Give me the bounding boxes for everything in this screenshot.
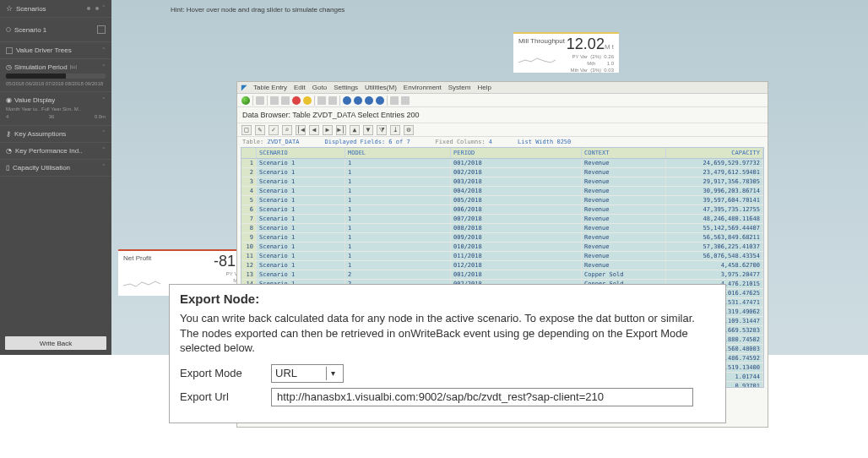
new-icon[interactable]: □ — [241, 125, 252, 135]
write-back-button[interactable]: Write Back — [5, 336, 106, 350]
table-row[interactable]: 10Scenario 11010/2018Revenue57,306,225.4… — [241, 243, 763, 252]
save-icon[interactable] — [256, 96, 264, 105]
menu-edit[interactable]: Edit — [294, 84, 306, 91]
menu-utilities[interactable]: Utilities(M) — [365, 84, 397, 91]
menu-help[interactable]: Help — [477, 84, 491, 91]
menu-system[interactable]: System — [448, 84, 471, 91]
check-icon[interactable]: ✓ — [269, 125, 279, 135]
chevron-down-icon: ˄ — [102, 164, 106, 171]
sim-period-unit: [to] — [70, 64, 77, 70]
key-icon: ⚷ — [6, 130, 11, 138]
last-page-icon[interactable] — [376, 96, 384, 105]
menu-goto[interactable]: Goto — [312, 84, 327, 91]
sap-menubar: ◤ Table Entry Edit Goto Settings Utiliti… — [237, 82, 768, 94]
layout-icon[interactable] — [401, 96, 410, 105]
scenario-list: Scenario 1 — [0, 18, 111, 42]
vd-values: 4360.0m — [6, 114, 106, 120]
table-row[interactable]: 1Scenario 11001/2018Revenue24,659,529.97… — [241, 159, 763, 168]
find-icon[interactable] — [317, 96, 326, 105]
star-icon: ☆ — [6, 4, 13, 13]
col-context[interactable]: CONTEXT — [582, 148, 666, 158]
sort-asc-icon[interactable]: ▲ — [350, 125, 360, 135]
prev-page-icon[interactable] — [354, 96, 362, 105]
table-row[interactable]: 12Scenario 11012/2018Revenue4,458.62700 — [241, 261, 763, 270]
vdt-panel-head[interactable]: Value Driver Trees ˄ — [0, 42, 111, 59]
cancel-icon[interactable] — [292, 96, 301, 105]
export-url-label: Export Url — [180, 390, 271, 403]
edit-icon[interactable]: ✎ — [255, 125, 265, 135]
export-mode-label: Export Mode — [180, 367, 271, 379]
chevron-down-icon: ˄ — [102, 97, 106, 104]
print-icon[interactable] — [303, 96, 312, 105]
col-model[interactable]: MODEL — [345, 148, 451, 158]
scenario-item[interactable]: Scenario 1 — [6, 22, 106, 37]
node-mill-throughput[interactable]: Mill Throughput 12.02M t PY Var (2%) 0.2… — [513, 32, 619, 73]
scenario-label: Scenario 1 — [14, 26, 46, 34]
settings-icon[interactable]: ⚙ — [404, 125, 414, 135]
exit-icon[interactable] — [281, 96, 290, 105]
table-row[interactable]: 13Scenario 12001/2018Copper Sold3,975.20… — [241, 270, 763, 280]
sidebar: ☆ Scenarios ˄ Scenario 1 Value Driver Tr… — [0, 0, 111, 355]
chevron-down-icon: ˄ — [102, 130, 106, 137]
node-metrics: PY Var (2%) 0.26 Mth 1.0 Mth Var (3%) 0.… — [570, 54, 614, 74]
gauge-icon: ◔ — [6, 147, 12, 155]
col-period[interactable]: PERIOD — [451, 148, 582, 158]
ok-icon[interactable] — [241, 96, 250, 105]
table-row[interactable]: 8Scenario 11008/2018Revenue55,142,569.44… — [241, 224, 763, 233]
kpi-panel[interactable]: ◔ Key Performance Ind.. ˄ — [0, 143, 111, 160]
sort-desc-icon[interactable]: ▼ — [363, 125, 373, 135]
marker-icon — [6, 27, 11, 32]
chevron-down-icon: ▾ — [326, 367, 339, 380]
period-slider[interactable] — [6, 74, 106, 79]
menu-table-entry[interactable]: Table Entry — [253, 84, 287, 91]
find-next-icon[interactable] — [328, 96, 337, 105]
export-mode-select[interactable]: URL ▾ — [271, 364, 344, 383]
table-row[interactable]: 6Scenario 11006/2018Revenue47,395,735.12… — [241, 205, 763, 215]
scenarios-panel-head[interactable]: ☆ Scenarios ˄ — [0, 0, 111, 18]
last-icon[interactable]: ▶| — [336, 125, 346, 135]
col-scenario[interactable]: SCENARIO — [257, 148, 345, 158]
key-assumptions-panel[interactable]: ⚷ Key Assumptions ˄ — [0, 126, 111, 143]
table-row[interactable]: 5Scenario 11005/2018Revenue39,597,604.70… — [241, 196, 763, 205]
back-icon[interactable] — [270, 96, 279, 105]
grid-icon[interactable] — [97, 25, 106, 34]
export-description: You can write back calculated data for a… — [180, 311, 715, 356]
table-row[interactable]: 11Scenario 11011/2018Revenue56,076,548.4… — [241, 252, 763, 261]
capacity-label: Capacity Utilisation — [13, 164, 70, 172]
chevron-down-icon: ˄ — [102, 64, 106, 71]
display-icon[interactable]: ⌕ — [282, 125, 292, 135]
hint-bar: Hint: Hover over node and drag slider to… — [111, 0, 868, 19]
help-icon[interactable] — [390, 96, 399, 105]
sap-toolbar-secondary: □ ✎ ✓ ⌕ |◀ ◀ ▶ ▶| ▲ ▼ ⧩ ⤓ ⚙ — [237, 123, 768, 137]
capacity-panel[interactable]: ▯ Capacity Utilisation ˄ — [0, 160, 111, 177]
key-assumptions-label: Key Assumptions — [14, 130, 66, 138]
table-row[interactable]: 4Scenario 11004/2018Revenue30,996,203.86… — [241, 187, 763, 196]
next-icon[interactable]: ▶ — [323, 125, 333, 135]
sap-toolbar-main — [237, 94, 768, 107]
menu-settings[interactable]: Settings — [334, 84, 358, 91]
sap-meta-row: Table: ZVDT_DATA Displayed Fields: 6 of … — [237, 137, 768, 147]
next-page-icon[interactable] — [365, 96, 373, 105]
node-value: 12.02M t — [567, 35, 614, 53]
export-url-input[interactable]: http://hanasbx1.visualbi.com:9002/sap/bc… — [271, 388, 693, 406]
table-row[interactable]: 9Scenario 11009/2018Revenue56,563,849.68… — [241, 233, 763, 243]
export-mode-value: URL — [275, 367, 297, 379]
col-rownum[interactable] — [241, 148, 257, 158]
sap-logo-icon: ◤ — [241, 84, 247, 91]
export-node-panel: Export Node: You can write back calculat… — [169, 284, 726, 423]
chevron-down-icon: ˄ — [102, 5, 106, 12]
sim-period-panel: ◷ Simulation Period [to] ˄ 05/2018 06/20… — [0, 59, 111, 92]
export-icon[interactable]: ⤓ — [390, 125, 400, 135]
vd-cols: Month Year to.. Full Year Sim. M.. — [6, 106, 106, 112]
menu-environment[interactable]: Environment — [404, 84, 442, 91]
first-icon[interactable]: |◀ — [296, 125, 306, 135]
scenarios-label: Scenarios — [16, 5, 46, 13]
filter-icon[interactable]: ⧩ — [377, 125, 387, 135]
table-row[interactable]: 3Scenario 11003/2018Revenue29,917,356.78… — [241, 177, 763, 187]
table-row[interactable]: 2Scenario 11002/2018Revenue23,479,612.59… — [241, 168, 763, 177]
first-page-icon[interactable] — [343, 96, 351, 105]
period-dates: 05/2018 06/2018 07/2018 08/2018 09/2018 — [6, 81, 106, 87]
col-capacity[interactable]: CAPACITY — [666, 148, 763, 158]
table-row[interactable]: 7Scenario 11007/2018Revenue48,246,480.11… — [241, 215, 763, 224]
prev-icon[interactable]: ◀ — [309, 125, 319, 135]
